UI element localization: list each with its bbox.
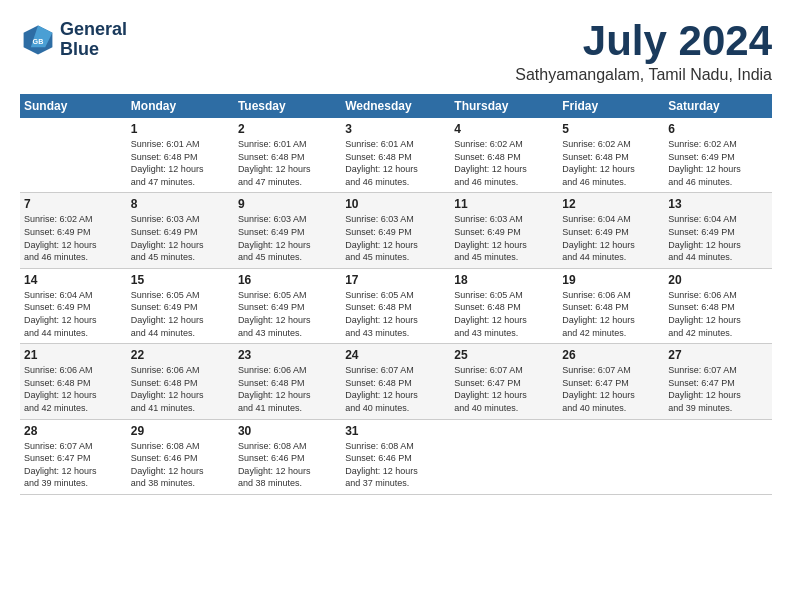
calendar-cell: 13Sunrise: 6:04 AM Sunset: 6:49 PM Dayli… <box>664 193 772 268</box>
cell-info: Sunrise: 6:06 AM Sunset: 6:48 PM Dayligh… <box>562 289 660 339</box>
day-number: 9 <box>238 197 337 211</box>
cell-info: Sunrise: 6:06 AM Sunset: 6:48 PM Dayligh… <box>131 364 230 414</box>
cell-info: Sunrise: 6:05 AM Sunset: 6:49 PM Dayligh… <box>238 289 337 339</box>
day-number: 2 <box>238 122 337 136</box>
cell-info: Sunrise: 6:03 AM Sunset: 6:49 PM Dayligh… <box>454 213 554 263</box>
calendar-cell: 19Sunrise: 6:06 AM Sunset: 6:48 PM Dayli… <box>558 268 664 343</box>
cell-info: Sunrise: 6:08 AM Sunset: 6:46 PM Dayligh… <box>238 440 337 490</box>
cell-info: Sunrise: 6:07 AM Sunset: 6:48 PM Dayligh… <box>345 364 446 414</box>
calendar-week-3: 21Sunrise: 6:06 AM Sunset: 6:48 PM Dayli… <box>20 344 772 419</box>
cell-info: Sunrise: 6:03 AM Sunset: 6:49 PM Dayligh… <box>345 213 446 263</box>
calendar-cell: 1Sunrise: 6:01 AM Sunset: 6:48 PM Daylig… <box>127 118 234 193</box>
calendar-cell: 31Sunrise: 6:08 AM Sunset: 6:46 PM Dayli… <box>341 419 450 494</box>
calendar-table: SundayMondayTuesdayWednesdayThursdayFrid… <box>20 94 772 495</box>
cell-info: Sunrise: 6:01 AM Sunset: 6:48 PM Dayligh… <box>131 138 230 188</box>
day-number: 3 <box>345 122 446 136</box>
cell-info: Sunrise: 6:01 AM Sunset: 6:48 PM Dayligh… <box>345 138 446 188</box>
header-cell-friday: Friday <box>558 94 664 118</box>
day-number: 19 <box>562 273 660 287</box>
calendar-cell: 12Sunrise: 6:04 AM Sunset: 6:49 PM Dayli… <box>558 193 664 268</box>
page-header: GB General Blue July 2024 Sathyamangalam… <box>20 20 772 84</box>
day-number: 30 <box>238 424 337 438</box>
logo-line1: General <box>60 20 127 40</box>
calendar-cell: 21Sunrise: 6:06 AM Sunset: 6:48 PM Dayli… <box>20 344 127 419</box>
cell-info: Sunrise: 6:05 AM Sunset: 6:49 PM Dayligh… <box>131 289 230 339</box>
day-number: 21 <box>24 348 123 362</box>
cell-info: Sunrise: 6:06 AM Sunset: 6:48 PM Dayligh… <box>668 289 768 339</box>
title-section: July 2024 Sathyamangalam, Tamil Nadu, In… <box>515 20 772 84</box>
day-number: 4 <box>454 122 554 136</box>
logo-text: General Blue <box>60 20 127 60</box>
location-title: Sathyamangalam, Tamil Nadu, India <box>515 66 772 84</box>
calendar-cell: 6Sunrise: 6:02 AM Sunset: 6:49 PM Daylig… <box>664 118 772 193</box>
cell-info: Sunrise: 6:03 AM Sunset: 6:49 PM Dayligh… <box>131 213 230 263</box>
day-number: 5 <box>562 122 660 136</box>
header-row: SundayMondayTuesdayWednesdayThursdayFrid… <box>20 94 772 118</box>
cell-info: Sunrise: 6:07 AM Sunset: 6:47 PM Dayligh… <box>24 440 123 490</box>
day-number: 8 <box>131 197 230 211</box>
calendar-cell: 2Sunrise: 6:01 AM Sunset: 6:48 PM Daylig… <box>234 118 341 193</box>
day-number: 17 <box>345 273 446 287</box>
calendar-cell: 24Sunrise: 6:07 AM Sunset: 6:48 PM Dayli… <box>341 344 450 419</box>
cell-info: Sunrise: 6:02 AM Sunset: 6:49 PM Dayligh… <box>24 213 123 263</box>
calendar-cell: 27Sunrise: 6:07 AM Sunset: 6:47 PM Dayli… <box>664 344 772 419</box>
cell-info: Sunrise: 6:02 AM Sunset: 6:49 PM Dayligh… <box>668 138 768 188</box>
day-number: 28 <box>24 424 123 438</box>
calendar-cell: 11Sunrise: 6:03 AM Sunset: 6:49 PM Dayli… <box>450 193 558 268</box>
cell-info: Sunrise: 6:02 AM Sunset: 6:48 PM Dayligh… <box>454 138 554 188</box>
calendar-cell: 22Sunrise: 6:06 AM Sunset: 6:48 PM Dayli… <box>127 344 234 419</box>
svg-text:GB: GB <box>33 36 44 45</box>
calendar-week-4: 28Sunrise: 6:07 AM Sunset: 6:47 PM Dayli… <box>20 419 772 494</box>
calendar-cell: 17Sunrise: 6:05 AM Sunset: 6:48 PM Dayli… <box>341 268 450 343</box>
calendar-cell: 3Sunrise: 6:01 AM Sunset: 6:48 PM Daylig… <box>341 118 450 193</box>
calendar-cell: 7Sunrise: 6:02 AM Sunset: 6:49 PM Daylig… <box>20 193 127 268</box>
logo-line2: Blue <box>60 40 127 60</box>
month-title: July 2024 <box>515 20 772 62</box>
header-cell-monday: Monday <box>127 94 234 118</box>
cell-info: Sunrise: 6:05 AM Sunset: 6:48 PM Dayligh… <box>345 289 446 339</box>
calendar-cell <box>450 419 558 494</box>
cell-info: Sunrise: 6:08 AM Sunset: 6:46 PM Dayligh… <box>131 440 230 490</box>
cell-info: Sunrise: 6:04 AM Sunset: 6:49 PM Dayligh… <box>668 213 768 263</box>
day-number: 18 <box>454 273 554 287</box>
calendar-week-2: 14Sunrise: 6:04 AM Sunset: 6:49 PM Dayli… <box>20 268 772 343</box>
logo-icon: GB <box>20 22 56 58</box>
calendar-cell: 26Sunrise: 6:07 AM Sunset: 6:47 PM Dayli… <box>558 344 664 419</box>
calendar-cell: 28Sunrise: 6:07 AM Sunset: 6:47 PM Dayli… <box>20 419 127 494</box>
day-number: 25 <box>454 348 554 362</box>
cell-info: Sunrise: 6:07 AM Sunset: 6:47 PM Dayligh… <box>562 364 660 414</box>
calendar-cell: 14Sunrise: 6:04 AM Sunset: 6:49 PM Dayli… <box>20 268 127 343</box>
day-number: 26 <box>562 348 660 362</box>
cell-info: Sunrise: 6:04 AM Sunset: 6:49 PM Dayligh… <box>24 289 123 339</box>
calendar-cell: 29Sunrise: 6:08 AM Sunset: 6:46 PM Dayli… <box>127 419 234 494</box>
header-cell-wednesday: Wednesday <box>341 94 450 118</box>
calendar-cell: 10Sunrise: 6:03 AM Sunset: 6:49 PM Dayli… <box>341 193 450 268</box>
day-number: 13 <box>668 197 768 211</box>
cell-info: Sunrise: 6:08 AM Sunset: 6:46 PM Dayligh… <box>345 440 446 490</box>
day-number: 31 <box>345 424 446 438</box>
calendar-week-1: 7Sunrise: 6:02 AM Sunset: 6:49 PM Daylig… <box>20 193 772 268</box>
calendar-cell: 30Sunrise: 6:08 AM Sunset: 6:46 PM Dayli… <box>234 419 341 494</box>
cell-info: Sunrise: 6:01 AM Sunset: 6:48 PM Dayligh… <box>238 138 337 188</box>
day-number: 20 <box>668 273 768 287</box>
cell-info: Sunrise: 6:02 AM Sunset: 6:48 PM Dayligh… <box>562 138 660 188</box>
day-number: 16 <box>238 273 337 287</box>
calendar-cell <box>664 419 772 494</box>
day-number: 12 <box>562 197 660 211</box>
day-number: 10 <box>345 197 446 211</box>
day-number: 29 <box>131 424 230 438</box>
calendar-cell: 15Sunrise: 6:05 AM Sunset: 6:49 PM Dayli… <box>127 268 234 343</box>
logo: GB General Blue <box>20 20 127 60</box>
cell-info: Sunrise: 6:05 AM Sunset: 6:48 PM Dayligh… <box>454 289 554 339</box>
calendar-cell: 8Sunrise: 6:03 AM Sunset: 6:49 PM Daylig… <box>127 193 234 268</box>
calendar-cell: 9Sunrise: 6:03 AM Sunset: 6:49 PM Daylig… <box>234 193 341 268</box>
day-number: 27 <box>668 348 768 362</box>
day-number: 24 <box>345 348 446 362</box>
header-cell-thursday: Thursday <box>450 94 558 118</box>
day-number: 15 <box>131 273 230 287</box>
calendar-cell: 20Sunrise: 6:06 AM Sunset: 6:48 PM Dayli… <box>664 268 772 343</box>
calendar-cell: 18Sunrise: 6:05 AM Sunset: 6:48 PM Dayli… <box>450 268 558 343</box>
calendar-week-0: 1Sunrise: 6:01 AM Sunset: 6:48 PM Daylig… <box>20 118 772 193</box>
calendar-cell: 16Sunrise: 6:05 AM Sunset: 6:49 PM Dayli… <box>234 268 341 343</box>
calendar-cell: 4Sunrise: 6:02 AM Sunset: 6:48 PM Daylig… <box>450 118 558 193</box>
